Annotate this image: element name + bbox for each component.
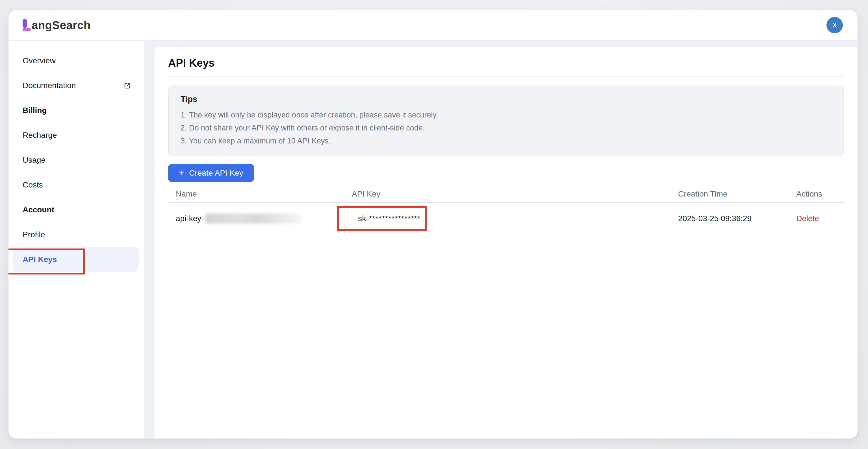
api-key-name-prefix: api-key- [176,214,204,223]
sidebar-item-label: Recharge [23,131,57,140]
cell-name: api-key- [168,214,344,224]
tips-line-3: 3. You can keep a maximum of 10 API Keys… [181,134,832,148]
column-header-name: Name [168,190,344,198]
sidebar-section-label: Account [23,205,54,214]
top-header-bar: angSearch x [8,10,858,41]
sidebar-section-account: Account [13,197,139,222]
api-keys-table: Name API Key Creation Time Actions api-k… [168,186,844,234]
main-area: API Keys Tips 1. The key will only be di… [144,41,858,439]
sidebar: Overview Documentation Billing Recharge … [8,41,144,439]
cell-api-key: sk-**************** [344,214,671,223]
sidebar-section-billing: Billing [13,98,139,123]
blurred-name-redaction [205,214,301,224]
tips-heading: Tips [181,95,832,104]
create-api-key-label: Create API Key [189,169,243,178]
tips-line-2: 2. Do not share your API Key with others… [181,121,832,134]
sidebar-item-costs[interactable]: Costs [13,172,139,197]
title-divider [168,76,844,76]
masked-api-key: sk-**************** [358,214,421,223]
sidebar-item-label: Costs [23,181,43,190]
langsearch-logo[interactable]: angSearch [23,19,91,31]
create-api-key-button[interactable]: + Create API Key [168,164,254,182]
sidebar-item-api-keys[interactable]: API Keys [13,247,139,272]
page-title: API Keys [168,57,844,69]
logo-text: angSearch [32,19,91,31]
body-row: Overview Documentation Billing Recharge … [8,41,858,439]
content-panel: API Keys Tips 1. The key will only be di… [155,47,858,439]
user-avatar[interactable]: x [827,17,843,33]
sidebar-item-label: Profile [23,230,45,239]
sidebar-section-label: Billing [23,106,47,115]
sidebar-item-documentation[interactable]: Documentation [13,73,139,98]
sidebar-item-label: Usage [23,156,45,165]
sidebar-item-label: Documentation [23,81,76,90]
sidebar-item-label: API Keys [23,255,57,264]
column-header-api-key: API Key [344,190,671,198]
cell-creation-time: 2025-03-25 09:36:29 [671,214,788,223]
sidebar-item-profile[interactable]: Profile [13,222,139,247]
table-header-row: Name API Key Creation Time Actions [168,186,844,203]
column-header-actions: Actions [788,190,844,198]
logo-l-mark-icon [23,19,31,31]
tips-box: Tips 1. The key will only be displayed o… [168,86,844,156]
sidebar-item-recharge[interactable]: Recharge [13,123,139,148]
sidebar-item-overview[interactable]: Overview [13,48,139,73]
cell-actions: Delete [788,214,844,223]
app-window: angSearch x Overview Documentation Billi… [8,10,858,439]
logo-l-vertical-bar [23,19,27,28]
table-row: api-key- sk-**************** 2025-03-25 … [168,203,844,234]
delete-link[interactable]: Delete [796,214,819,223]
sidebar-item-usage[interactable]: Usage [13,148,139,172]
plus-icon: + [179,168,185,178]
tips-line-1: 1. The key will only be displayed once a… [181,108,832,121]
column-header-creation-time: Creation Time [671,190,788,198]
sidebar-item-label: Overview [23,56,56,65]
logo-l-horizontal-bar [23,28,31,31]
external-link-icon [124,83,130,89]
